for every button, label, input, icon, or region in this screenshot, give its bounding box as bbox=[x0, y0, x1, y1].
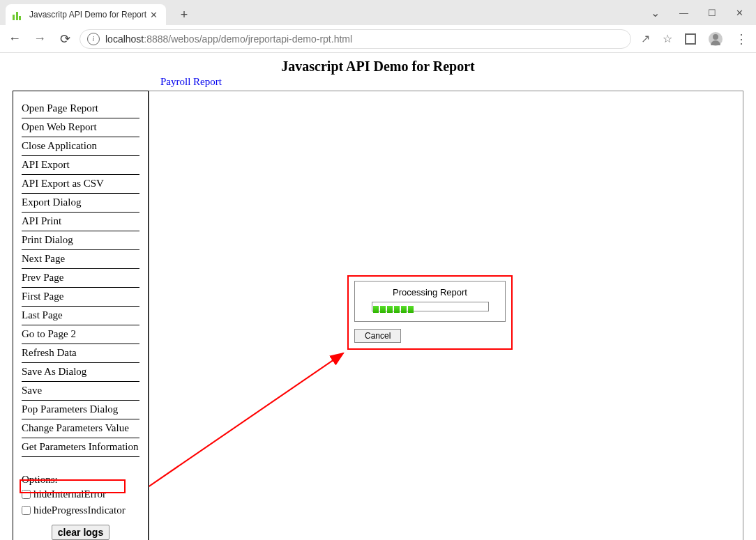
action-item[interactable]: API Print bbox=[22, 213, 139, 231]
svg-line-1 bbox=[149, 353, 343, 514]
action-item[interactable]: Refresh Data bbox=[22, 344, 139, 363]
progress-dialog-title: Processing Report bbox=[359, 287, 501, 298]
page-viewport[interactable]: Javascript API Demo for Report Payroll R… bbox=[0, 53, 756, 540]
bookmark-icon[interactable]: ☆ bbox=[663, 32, 672, 45]
option-hide-internal-error[interactable]: hideInternalError bbox=[22, 486, 139, 502]
action-item[interactable]: Next Page bbox=[22, 250, 139, 269]
back-button[interactable]: ← bbox=[4, 29, 25, 49]
tab-strip: Javascritp API Demo for Report ✕ + ⌄ — ☐… bbox=[0, 0, 756, 25]
sidepanel-icon[interactable] bbox=[685, 33, 696, 45]
action-item[interactable]: Export Dialog bbox=[22, 194, 139, 213]
report-area: Processing Report Cancel bbox=[149, 91, 743, 540]
checkbox-hide-progress-indicator[interactable] bbox=[22, 506, 31, 515]
action-item[interactable]: API Export bbox=[22, 156, 139, 175]
chevron-down-icon[interactable]: ⌄ bbox=[651, 6, 660, 20]
site-info-icon[interactable]: i bbox=[87, 33, 100, 45]
action-item[interactable]: Last Page bbox=[22, 307, 139, 325]
tab-title: Javascritp API Demo for Report bbox=[29, 10, 149, 20]
maximize-icon[interactable]: ☐ bbox=[708, 8, 716, 18]
option-hide-progress-indicator[interactable]: hideProgressIndicator bbox=[22, 502, 139, 518]
action-item[interactable]: Change Parameters Value bbox=[22, 419, 139, 438]
minimize-icon[interactable]: — bbox=[679, 8, 688, 18]
action-item[interactable]: Open Web Report bbox=[22, 118, 139, 137]
toolbar-right: ↗ ☆ ⋮ bbox=[635, 31, 752, 47]
toolbar: ← → ⟳ i localhost:8888/webos/app/demo/jr… bbox=[0, 25, 756, 53]
address-bar[interactable]: i localhost:8888/webos/app/demo/jreporta… bbox=[80, 29, 631, 49]
option-label: hideProgressIndicator bbox=[33, 504, 126, 516]
option-label: hideInternalError bbox=[33, 488, 106, 500]
progress-bar bbox=[372, 302, 489, 311]
checkbox-hide-internal-error[interactable] bbox=[22, 490, 31, 499]
action-item[interactable]: Get Parameters Information bbox=[22, 438, 139, 457]
cancel-button[interactable]: Cancel bbox=[354, 329, 401, 343]
progress-dialog: Processing Report bbox=[354, 281, 506, 322]
action-item[interactable]: Save As Dialog bbox=[22, 363, 139, 382]
profile-avatar[interactable] bbox=[709, 32, 723, 46]
close-tab-icon[interactable]: ✕ bbox=[149, 10, 159, 20]
favicon-icon bbox=[13, 9, 24, 20]
new-tab-button[interactable]: + bbox=[174, 5, 194, 24]
action-item[interactable]: API Export as CSV bbox=[22, 175, 139, 194]
clear-logs-button[interactable]: clear logs bbox=[52, 525, 109, 540]
page-title: Javascript API Demo for Report bbox=[0, 59, 756, 75]
action-item[interactable]: Go to Page 2 bbox=[22, 325, 139, 344]
action-item[interactable]: Print Dialog bbox=[22, 231, 139, 250]
action-item[interactable]: Close Application bbox=[22, 137, 139, 156]
action-item[interactable]: Pop Parameters Dialog bbox=[22, 401, 139, 419]
action-item[interactable]: Open Page Report bbox=[22, 100, 139, 118]
window-controls: ⌄ — ☐ ✕ bbox=[651, 0, 756, 25]
forward-button[interactable]: → bbox=[29, 29, 50, 49]
close-window-icon[interactable]: ✕ bbox=[736, 8, 743, 18]
reload-button[interactable]: ⟳ bbox=[54, 29, 75, 49]
url-host: localhost bbox=[105, 33, 144, 45]
share-icon[interactable]: ↗ bbox=[641, 32, 650, 45]
action-item[interactable]: Prev Page bbox=[22, 269, 139, 288]
browser-tab[interactable]: Javascritp API Demo for Report ✕ bbox=[6, 4, 166, 25]
payroll-report-link[interactable]: Payroll Report bbox=[160, 76, 756, 88]
kebab-menu-icon[interactable]: ⋮ bbox=[735, 31, 746, 47]
action-item[interactable]: First Page bbox=[22, 288, 139, 307]
progress-dialog-highlight: Processing Report Cancel bbox=[347, 275, 513, 350]
browser-chrome: Javascritp API Demo for Report ✕ + ⌄ — ☐… bbox=[0, 0, 756, 53]
url-path: :8888/webos/app/demo/jreportapi-demo-rpt… bbox=[144, 33, 352, 45]
sidebar: Open Page ReportOpen Web ReportClose App… bbox=[13, 91, 149, 540]
options-label: Options: bbox=[22, 474, 139, 486]
action-item[interactable]: Save bbox=[22, 382, 139, 401]
